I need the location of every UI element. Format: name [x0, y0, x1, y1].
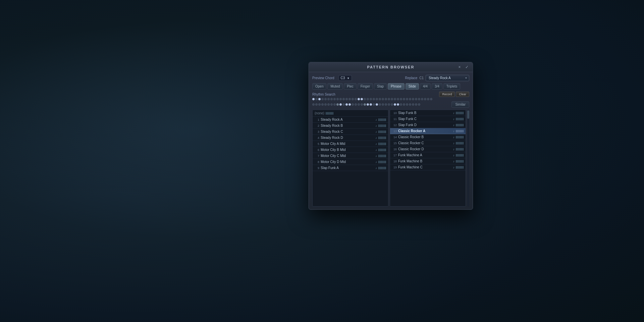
filter-btn-44[interactable]: 4/4	[420, 83, 431, 90]
rhythm-dot-2-15[interactable]	[358, 103, 360, 106]
rhythm-dot-2-8[interactable]	[336, 103, 339, 106]
confirm-button[interactable]: ✓	[465, 65, 469, 69]
rhythm-dot-1-0[interactable]	[312, 98, 315, 100]
rhythm-dot-1-22[interactable]	[379, 98, 381, 100]
rhythm-dot-1-35[interactable]	[418, 98, 420, 100]
rhythm-dot-1-32[interactable]	[409, 98, 411, 100]
rhythm-dot-1-14[interactable]	[355, 98, 357, 100]
rhythm-dot-1-19[interactable]	[370, 98, 372, 100]
filter-btn-slide[interactable]: Slide	[406, 83, 419, 90]
rhythm-dot-2-28[interactable]	[397, 103, 399, 106]
rhythm-dot-2-34[interactable]	[415, 103, 417, 106]
pattern-item-left-8[interactable]: 8 Motor City D Mtd ♪	[313, 159, 388, 165]
rhythm-dot-2-10[interactable]	[342, 103, 345, 106]
rhythm-dot-2-19[interactable]	[370, 103, 372, 106]
pattern-item-left-6[interactable]: 6 Motor City B Mtd ♪	[313, 147, 388, 153]
rhythm-dot-2-25[interactable]	[388, 103, 390, 106]
pattern-item-right-3[interactable]: 13 Classic Rocker A ♪	[390, 128, 466, 134]
pattern-item-left-0[interactable]: (none)	[313, 110, 388, 117]
pattern-item-right-5[interactable]: 15 Classic Rocker C ♪	[390, 140, 466, 146]
filter-btn-triplets[interactable]: Triplets	[443, 83, 460, 90]
pattern-list-left[interactable]: (none) 1 Steady Rock A ♪ 2 Steady Rock B…	[312, 110, 388, 207]
filter-btn-finger[interactable]: Finger	[358, 83, 373, 90]
rhythm-dot-2-18[interactable]	[367, 103, 369, 106]
rhythm-dot-2-20[interactable]	[373, 103, 375, 106]
filter-btn-muted[interactable]: Muted	[327, 83, 343, 90]
rhythm-dot-1-39[interactable]	[430, 98, 432, 100]
rhythm-dot-2-32[interactable]	[409, 103, 411, 106]
rhythm-dot-2-30[interactable]	[403, 103, 405, 106]
rhythm-dot-1-1[interactable]	[315, 98, 318, 100]
rhythm-dot-2-4[interactable]	[324, 103, 327, 106]
rhythm-dot-1-3[interactable]	[321, 98, 324, 100]
filter-btn-slap[interactable]: Slap	[374, 83, 387, 90]
rhythm-dot-2-31[interactable]	[406, 103, 408, 106]
rhythm-dot-1-36[interactable]	[421, 98, 423, 100]
pattern-item-left-5[interactable]: 5 Motor City A Mtd ♪	[313, 141, 388, 147]
filter-btn-phrase[interactable]: Phrase	[388, 83, 405, 90]
rhythm-dot-1-10[interactable]	[342, 98, 345, 100]
rhythm-dot-1-8[interactable]	[336, 98, 339, 100]
rhythm-dot-2-23[interactable]	[382, 103, 384, 106]
rhythm-dot-1-21[interactable]	[376, 98, 378, 100]
pattern-item-right-9[interactable]: 19 Funk Machine C ♪	[390, 164, 466, 170]
rhythm-dot-1-17[interactable]	[364, 98, 366, 100]
rhythm-dot-2-6[interactable]	[330, 103, 333, 106]
rhythm-dot-1-7[interactable]	[333, 98, 336, 100]
similar-button[interactable]: Similar	[451, 101, 469, 108]
rhythm-dot-1-26[interactable]	[391, 98, 393, 100]
rhythm-dot-1-27[interactable]	[394, 98, 396, 100]
rhythm-dot-1-28[interactable]	[397, 98, 399, 100]
rhythm-dot-2-2[interactable]	[318, 103, 321, 106]
pattern-item-left-2[interactable]: 2 Steady Rock B ♪	[313, 123, 388, 129]
rhythm-dot-1-31[interactable]	[406, 98, 408, 100]
rhythm-dot-2-13[interactable]	[352, 103, 354, 106]
rhythm-dot-1-24[interactable]	[385, 98, 387, 100]
rhythm-dot-1-34[interactable]	[415, 98, 417, 100]
rhythm-dot-2-16[interactable]	[361, 103, 363, 106]
rhythm-dot-1-23[interactable]	[382, 98, 384, 100]
rhythm-dot-1-11[interactable]	[345, 98, 348, 100]
rhythm-dot-1-18[interactable]	[367, 98, 369, 100]
pattern-list-right[interactable]: 10 Slap Funk B ♪ 11 Slap Funk C ♪ 12 Sla…	[390, 110, 466, 207]
rhythm-dot-2-12[interactable]	[348, 103, 351, 106]
filter-btn-plec[interactable]: Plec	[344, 83, 356, 90]
rhythm-dot-2-35[interactable]	[418, 103, 420, 106]
scrollbar[interactable]	[467, 110, 469, 207]
chord-selector[interactable]: C3 ▼	[338, 75, 352, 81]
pattern-item-left-7[interactable]: 7 Motor City C Mtd ♪	[313, 153, 388, 159]
rhythm-dot-1-25[interactable]	[388, 98, 390, 100]
rhythm-dot-1-9[interactable]	[339, 98, 342, 100]
pattern-item-left-9[interactable]: 9 Slap Funk A ♪	[313, 165, 388, 171]
pattern-item-right-1[interactable]: 11 Slap Funk C ♪	[390, 116, 466, 122]
rhythm-dot-2-9[interactable]	[339, 103, 342, 106]
rhythm-dot-2-29[interactable]	[400, 103, 402, 106]
rhythm-dot-1-15[interactable]	[358, 98, 360, 100]
record-button[interactable]: Record	[439, 92, 455, 97]
rhythm-dot-1-37[interactable]	[424, 98, 426, 100]
filter-btn-34[interactable]: 3/4	[432, 83, 442, 90]
pattern-item-left-4[interactable]: 4 Steady Rock D ♪	[313, 135, 388, 141]
pattern-item-right-2[interactable]: 12 Slap Funk D ♪	[390, 122, 466, 128]
rhythm-dot-2-5[interactable]	[327, 103, 330, 106]
filter-btn-open[interactable]: Open	[312, 83, 326, 90]
rhythm-dot-1-6[interactable]	[330, 98, 333, 100]
pattern-item-right-8[interactable]: 18 Funk Machine B ♪	[390, 158, 466, 164]
rhythm-dot-2-14[interactable]	[355, 103, 357, 106]
rhythm-dot-1-30[interactable]	[403, 98, 405, 100]
rhythm-dot-2-21[interactable]	[376, 103, 378, 106]
rhythm-dot-2-17[interactable]	[364, 103, 366, 106]
rhythm-dot-1-5[interactable]	[327, 98, 330, 100]
rhythm-dot-1-20[interactable]	[373, 98, 375, 100]
replace-dropdown[interactable]: Steady Rock A	[426, 75, 469, 81]
rhythm-dot-2-27[interactable]	[394, 103, 396, 106]
rhythm-dot-1-4[interactable]	[324, 98, 327, 100]
pattern-item-right-6[interactable]: 16 Classic Rocker D ♪	[390, 146, 466, 152]
rhythm-dot-1-12[interactable]	[348, 98, 351, 100]
clear-button[interactable]: Clear	[456, 92, 469, 97]
rhythm-dot-2-26[interactable]	[391, 103, 393, 106]
rhythm-dot-1-13[interactable]	[352, 98, 354, 100]
rhythm-dot-2-33[interactable]	[412, 103, 414, 106]
pattern-item-right-7[interactable]: 17 Funk Machine A ♪	[390, 152, 466, 158]
rhythm-dot-2-24[interactable]	[385, 103, 387, 106]
